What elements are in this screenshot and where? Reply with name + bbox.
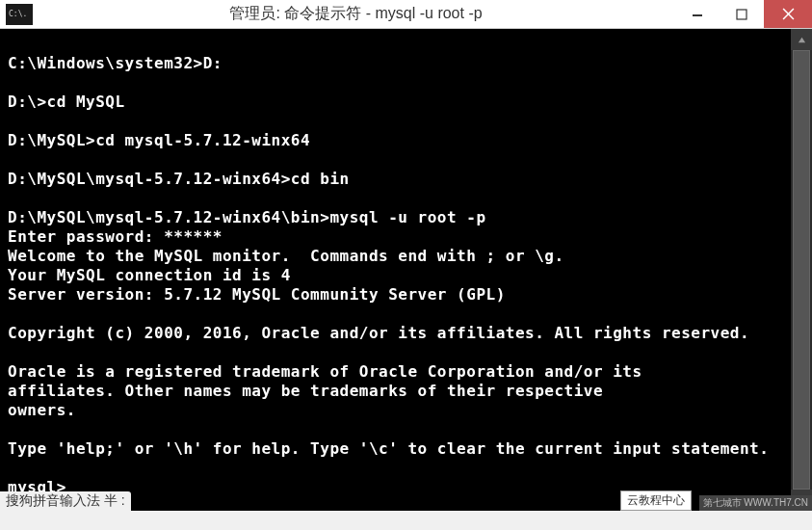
terminal-line bbox=[8, 189, 812, 208]
terminal-output[interactable]: C:\Windows\system32>D:D:\>cd MySQLD:\MyS… bbox=[0, 29, 812, 511]
svg-rect-1 bbox=[737, 10, 747, 19]
svg-rect-0 bbox=[693, 14, 702, 16]
close-button[interactable] bbox=[764, 0, 812, 28]
minimize-button[interactable] bbox=[675, 0, 720, 28]
svg-marker-4 bbox=[798, 37, 804, 41]
ime-status: 搜狗拼音输入法 半 : bbox=[0, 491, 131, 511]
terminal-container: C:\Windows\system32>D:D:\>cd MySQLD:\MyS… bbox=[0, 29, 812, 511]
terminal-line: D:\>cd MySQL bbox=[8, 93, 812, 112]
terminal-line: C:\Windows\system32>D: bbox=[8, 54, 812, 73]
terminal-line: affiliates. Other names may be trademark… bbox=[8, 382, 812, 401]
ime-text: 搜狗拼音输入法 半 : bbox=[6, 492, 125, 510]
window-controls bbox=[675, 0, 812, 28]
terminal-line: Your MySQL connection id is 4 bbox=[8, 266, 812, 285]
terminal-line: D:\MySQL>cd mysql-5.7.12-winx64 bbox=[8, 131, 812, 150]
scrollbar-up-icon[interactable] bbox=[791, 29, 812, 50]
terminal-line bbox=[8, 73, 812, 93]
terminal-line: D:\MySQL\mysql-5.7.12-winx64\bin>mysql -… bbox=[8, 208, 812, 227]
scrollbar[interactable] bbox=[791, 29, 812, 511]
terminal-line: owners. bbox=[8, 401, 812, 420]
watermark-site: 第七城市 WWW.TH7.CN bbox=[699, 495, 812, 511]
watermark-group: 云教程中心 第七城市 WWW.TH7.CN bbox=[620, 491, 812, 511]
maximize-button[interactable] bbox=[720, 0, 764, 28]
terminal-line bbox=[8, 343, 812, 362]
titlebar: C:\. 管理员: 命令提示符 - mysql -u root -p bbox=[0, 0, 812, 29]
terminal-line bbox=[8, 305, 812, 324]
terminal-line: Enter password: ****** bbox=[8, 227, 812, 247]
window-title: 管理员: 命令提示符 - mysql -u root -p bbox=[37, 4, 675, 24]
terminal-line bbox=[8, 459, 812, 478]
app-icon-glyph: C:\. bbox=[9, 10, 27, 18]
watermark-center: 云教程中心 bbox=[620, 490, 692, 511]
terminal-line: Oracle is a registered trademark of Orac… bbox=[8, 362, 812, 382]
terminal-line: Copyright (c) 2000, 2016, Oracle and/or … bbox=[8, 324, 812, 343]
terminal-line bbox=[8, 150, 812, 170]
terminal-line bbox=[8, 112, 812, 131]
terminal-line: D:\MySQL\mysql-5.7.12-winx64>cd bin bbox=[8, 170, 812, 189]
terminal-line: Server version: 5.7.12 MySQL Community S… bbox=[8, 285, 812, 305]
terminal-line bbox=[8, 35, 812, 54]
terminal-line bbox=[8, 420, 812, 439]
app-icon: C:\. bbox=[6, 4, 33, 25]
terminal-line: Welcome to the MySQL monitor. Commands e… bbox=[8, 247, 812, 266]
terminal-line: Type 'help;' or '\h' for help. Type '\c'… bbox=[8, 439, 812, 459]
scrollbar-thumb[interactable] bbox=[793, 50, 810, 490]
